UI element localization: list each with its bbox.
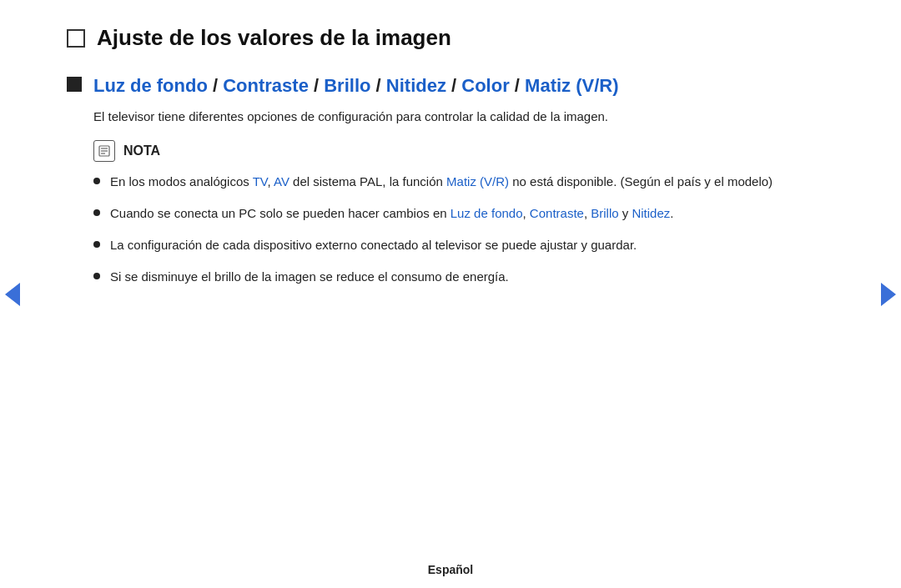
separator-4: / — [446, 75, 461, 96]
luz-de-fondo-link[interactable]: Luz de fondo — [93, 75, 208, 96]
bullet-text-2: Cuando se conecta un PC solo se pueden h… — [110, 204, 834, 224]
bullet-dot — [93, 209, 100, 216]
tv-link[interactable]: TV — [253, 174, 268, 188]
bullet-text-1: En los modos analógicos TV, AV del siste… — [110, 172, 834, 192]
note-section: NOTA En los modos analógicos TV, AV del … — [93, 140, 834, 287]
separator-5: / — [510, 75, 525, 96]
checkbox-icon — [67, 29, 85, 48]
prev-page-button[interactable] — [0, 274, 25, 315]
bullet-dot — [93, 241, 100, 248]
color-link[interactable]: Color — [461, 75, 509, 96]
contraste-link-2[interactable]: Contraste — [530, 206, 584, 220]
note-icon — [93, 140, 115, 162]
note-label: NOTA — [123, 143, 160, 158]
left-arrow-icon — [5, 283, 20, 306]
page-container: Ajuste de los valores de la imagen Luz d… — [0, 0, 901, 588]
language-label: Español — [428, 563, 473, 576]
list-item: Si se disminuye el brillo de la imagen s… — [93, 267, 834, 287]
main-content: Ajuste de los valores de la imagen Luz d… — [0, 0, 901, 551]
matiz-link[interactable]: Matiz (V/R) — [525, 75, 618, 96]
list-item: La configuración de cada dispositivo ext… — [93, 235, 834, 255]
section-bullet-square — [67, 77, 82, 92]
separator-2: / — [309, 75, 324, 96]
section-heading-row: Luz de fondo / Contraste / Brillo / Niti… — [67, 74, 834, 98]
note-header: NOTA — [93, 140, 834, 162]
separator-3: / — [370, 75, 385, 96]
page-title-row: Ajuste de los valores de la imagen — [67, 25, 834, 51]
next-page-button[interactable] — [876, 274, 901, 315]
bullet-list: En los modos analógicos TV, AV del siste… — [93, 172, 834, 287]
footer: Español — [0, 551, 901, 588]
bullet-text-3: La configuración de cada dispositivo ext… — [110, 235, 834, 255]
section-heading: Luz de fondo / Contraste / Brillo / Niti… — [93, 74, 619, 98]
av-link[interactable]: AV — [274, 174, 289, 188]
separator-1: / — [208, 75, 223, 96]
description-text: El televisor tiene diferentes opciones d… — [93, 107, 834, 127]
bullet-dot — [93, 178, 100, 184]
nitidez-link-2[interactable]: Nitidez — [632, 206, 670, 220]
bullet-text-4: Si se disminuye el brillo de la imagen s… — [110, 267, 834, 287]
luz-de-fondo-link-2[interactable]: Luz de fondo — [450, 206, 523, 220]
matiz-link-2[interactable]: Matiz (V/R) — [446, 174, 509, 188]
page-title: Ajuste de los valores de la imagen — [97, 25, 451, 51]
bullet-dot — [93, 273, 100, 279]
right-arrow-icon — [881, 283, 896, 306]
pencil-svg-icon — [98, 144, 111, 158]
contraste-link[interactable]: Contraste — [223, 75, 309, 96]
brillo-link[interactable]: Brillo — [324, 75, 370, 96]
brillo-link-2[interactable]: Brillo — [591, 206, 618, 220]
nitidez-link[interactable]: Nitidez — [386, 75, 446, 96]
list-item: En los modos analógicos TV, AV del siste… — [93, 172, 834, 192]
list-item: Cuando se conecta un PC solo se pueden h… — [93, 204, 834, 224]
